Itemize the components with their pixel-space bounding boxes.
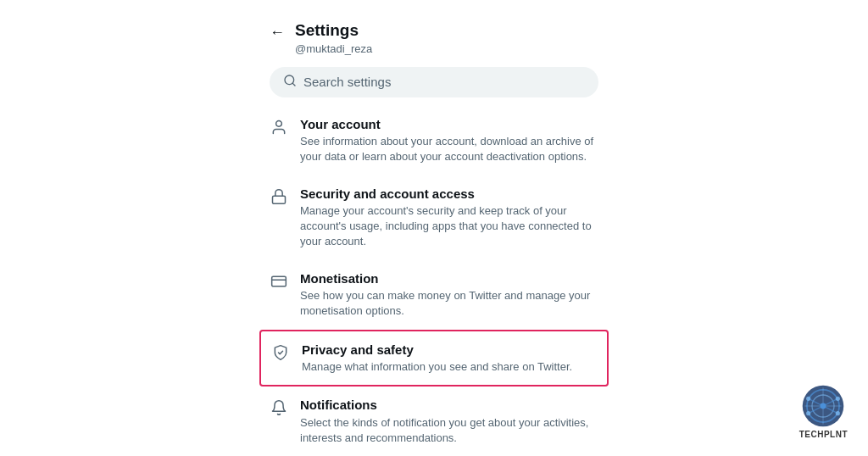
settings-item-notifications[interactable]: NotificationsSelect the kinds of notific…	[256, 386, 612, 456]
svg-point-21	[821, 403, 826, 409]
item-desc-your-account: See information about your account, down…	[300, 134, 598, 164]
settings-item-privacy-safety[interactable]: Privacy and safetyManage what informatio…	[259, 330, 609, 387]
header-text: Settings @muktadi_reza	[295, 20, 372, 55]
search-bar[interactable]: Search settings	[270, 67, 598, 97]
back-button[interactable]: ←	[270, 24, 285, 42]
item-content-monetisation: MonetisationSee how you can make money o…	[300, 270, 598, 320]
item-desc-monetisation: See how you can make money on Twitter an…	[300, 288, 598, 319]
item-content-notifications: NotificationsSelect the kinds of notific…	[300, 397, 598, 446]
item-title-monetisation: Monetisation	[300, 270, 598, 287]
page-container: ← Settings @muktadi_reza Search settings…	[0, 0, 868, 456]
search-placeholder: Search settings	[303, 75, 391, 89]
search-bar-container: Search settings	[256, 58, 612, 106]
settings-list: Your accountSee information about your a…	[256, 106, 612, 456]
item-content-security-account-access: Security and account accessManage your a…	[300, 186, 598, 250]
item-desc-privacy-safety: Manage what information you see and shar…	[302, 359, 597, 375]
username-label: @muktadi_reza	[295, 42, 372, 55]
watermark-logo-icon	[801, 384, 845, 428]
item-title-privacy-safety: Privacy and safety	[302, 342, 597, 359]
svg-line-1	[292, 83, 295, 86]
item-desc-notifications: Select the kinds of notification you get…	[300, 415, 598, 446]
shield-icon	[271, 343, 290, 362]
settings-item-your-account[interactable]: Your accountSee information about your a…	[256, 106, 612, 175]
svg-point-2	[276, 120, 282, 126]
header: ← Settings @muktadi_reza	[256, 14, 612, 58]
search-icon	[283, 74, 297, 91]
money-icon	[270, 272, 288, 291]
person-icon	[270, 118, 288, 136]
svg-point-24	[806, 411, 810, 415]
svg-rect-3	[273, 196, 286, 203]
item-desc-security-account-access: Manage your account's security and keep …	[300, 203, 598, 250]
watermark-text: TECHPLNT	[799, 430, 848, 439]
bell-icon	[270, 398, 288, 417]
item-title-security-account-access: Security and account access	[300, 186, 598, 203]
item-content-your-account: Your accountSee information about your a…	[300, 116, 598, 165]
svg-point-22	[806, 397, 810, 401]
svg-point-25	[836, 411, 840, 415]
settings-item-security-account-access[interactable]: Security and account accessManage your a…	[256, 175, 612, 260]
item-title-your-account: Your account	[300, 116, 598, 133]
settings-panel: ← Settings @muktadi_reza Search settings…	[256, 0, 612, 456]
settings-item-monetisation[interactable]: MonetisationSee how you can make money o…	[256, 260, 612, 330]
watermark: TECHPLNT	[799, 384, 848, 439]
page-title: Settings	[295, 20, 372, 42]
svg-rect-4	[272, 276, 287, 286]
lock-icon	[270, 187, 288, 206]
item-content-privacy-safety: Privacy and safetyManage what informatio…	[302, 342, 597, 375]
item-title-notifications: Notifications	[300, 397, 598, 414]
svg-point-23	[836, 397, 840, 401]
